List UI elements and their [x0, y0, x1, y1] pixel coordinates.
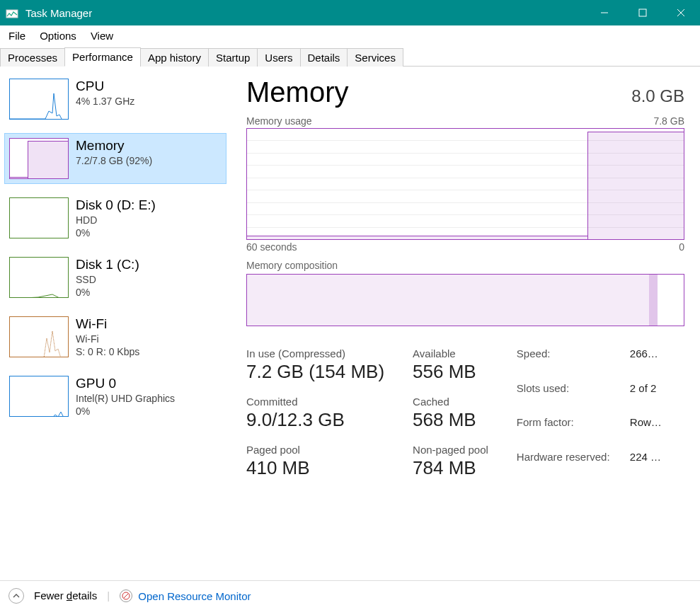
menubar: File Options View: [0, 25, 700, 45]
inuse-label: In use (Compressed): [246, 347, 384, 359]
xaxis-left: 60 seconds: [246, 241, 297, 253]
disk1-title: Disk 1 (C:): [76, 257, 139, 272]
usage-chart-max: 7.8 GB: [653, 115, 684, 127]
memory-sub: 7.2/7.8 GB (92%): [76, 155, 152, 166]
cpu-thumb-graph: [9, 79, 69, 120]
nonpaged-label: Non-paged pool: [413, 444, 488, 456]
sidebar-item-disk0[interactable]: Disk 0 (D: E:) HDD 0%: [4, 192, 226, 243]
wifi-sub: Wi-Fi: [76, 333, 139, 345]
sidebar: CPU 4% 1.37 GHz Memory 7.2/7.8 GB (92%) …: [0, 67, 226, 580]
slots-value: 2 of 2: [630, 382, 672, 411]
memory-thumb-graph: [9, 138, 69, 179]
disk1-sub: SSD: [76, 274, 139, 285]
svg-rect-2: [639, 9, 646, 16]
inuse-value: 7.2 GB (154 MB): [246, 361, 384, 383]
cached-label: Cached: [413, 396, 488, 408]
sidebar-item-disk1[interactable]: Disk 1 (C:) SSD 0%: [4, 252, 226, 303]
menu-file[interactable]: File: [1, 28, 33, 43]
menu-options[interactable]: Options: [33, 28, 84, 43]
total-memory: 8.0 GB: [631, 86, 684, 106]
composition-inuse: [247, 275, 649, 326]
fewer-details-button[interactable]: Fewer details: [34, 589, 97, 602]
usage-chart-label: Memory usage: [246, 115, 312, 127]
paged-label: Paged pool: [246, 444, 384, 456]
cached-value: 568 MB: [413, 409, 488, 431]
tab-processes[interactable]: Processes: [0, 48, 65, 67]
composition-label: Memory composition: [246, 260, 338, 271]
available-label: Available: [413, 347, 488, 359]
sidebar-item-wifi[interactable]: Wi-Fi Wi-Fi S: 0 R: 0 Kbps: [4, 311, 226, 362]
close-button[interactable]: [662, 0, 700, 25]
tab-app-history[interactable]: App history: [140, 48, 209, 67]
titlebar[interactable]: Task Manager: [0, 0, 700, 25]
sidebar-item-memory[interactable]: Memory 7.2/7.8 GB (92%): [4, 133, 226, 184]
disk1-sub2: 0%: [76, 287, 139, 298]
gpu-sub2: 0%: [76, 405, 175, 417]
svg-line-6: [124, 594, 128, 598]
wifi-title: Wi-Fi: [76, 316, 139, 332]
tab-startup[interactable]: Startup: [208, 48, 258, 67]
disk1-thumb-graph: [9, 257, 69, 298]
menu-view[interactable]: View: [84, 28, 120, 43]
tab-details[interactable]: Details: [300, 48, 348, 67]
composition-chart: [246, 274, 684, 326]
sidebar-item-cpu[interactable]: CPU 4% 1.37 GHz: [4, 74, 226, 125]
speed-label: Speed:: [517, 347, 630, 376]
disk0-title: Disk 0 (D: E:): [76, 197, 156, 213]
cpu-sub: 4% 1.37 GHz: [76, 96, 134, 107]
hwres-label: Hardware reserved:: [517, 451, 630, 480]
disk0-sub2: 0%: [76, 227, 156, 238]
available-value: 556 MB: [413, 361, 488, 383]
content: CPU 4% 1.37 GHz Memory 7.2/7.8 GB (92%) …: [0, 67, 700, 580]
gpu-sub: Intel(R) UHD Graphics: [76, 393, 175, 404]
hwres-value: 224 …: [630, 451, 672, 480]
composition-modified: [649, 275, 658, 326]
committed-label: Committed: [246, 396, 384, 408]
main-panel: Memory 8.0 GB Memory usage 7.8 GB 60 sec…: [226, 67, 700, 580]
nonpaged-value: 784 MB: [413, 457, 488, 479]
open-resource-monitor-link[interactable]: Open Resource Monitor: [120, 589, 251, 602]
paged-value: 410 MB: [246, 457, 384, 479]
footer-divider: |: [107, 589, 110, 602]
form-label: Form factor:: [517, 416, 630, 445]
disk0-sub: HDD: [76, 214, 156, 226]
maximize-button[interactable]: [624, 0, 662, 25]
minimize-button[interactable]: [585, 0, 624, 25]
slots-label: Slots used:: [517, 382, 630, 411]
tab-users[interactable]: Users: [257, 48, 300, 67]
wifi-sub2: S: 0 R: 0 Kbps: [76, 346, 139, 357]
tab-services[interactable]: Services: [347, 48, 403, 67]
committed-value: 9.0/12.3 GB: [246, 409, 384, 431]
window-title: Task Manager: [25, 7, 585, 19]
xaxis-right: 0: [679, 241, 684, 253]
gpu-title: GPU 0: [76, 376, 175, 391]
usage-chart: [246, 128, 684, 240]
sidebar-item-gpu[interactable]: GPU 0 Intel(R) UHD Graphics 0%: [4, 371, 226, 422]
footer: Fewer details | Open Resource Monitor: [0, 580, 700, 610]
wifi-thumb-graph: [9, 316, 69, 357]
tabstrip: Processes Performance App history Startu…: [0, 45, 700, 67]
cpu-title: CPU: [76, 79, 134, 94]
chevron-up-icon[interactable]: [8, 588, 24, 604]
resource-monitor-icon: [120, 589, 132, 602]
gpu-thumb-graph: [9, 376, 69, 417]
composition-free: [658, 275, 684, 326]
hardware-info: Speed: 266… Slots used: 2 of 2 Form fact…: [517, 347, 672, 479]
app-icon: [4, 5, 20, 21]
page-title: Memory: [246, 76, 348, 108]
disk0-thumb-graph: [9, 197, 69, 238]
speed-value: 266…: [630, 347, 672, 376]
form-value: Row…: [630, 416, 672, 445]
tab-performance[interactable]: Performance: [64, 47, 141, 67]
stats: In use (Compressed) 7.2 GB (154 MB) Comm…: [246, 347, 684, 479]
memory-title: Memory: [76, 138, 152, 154]
